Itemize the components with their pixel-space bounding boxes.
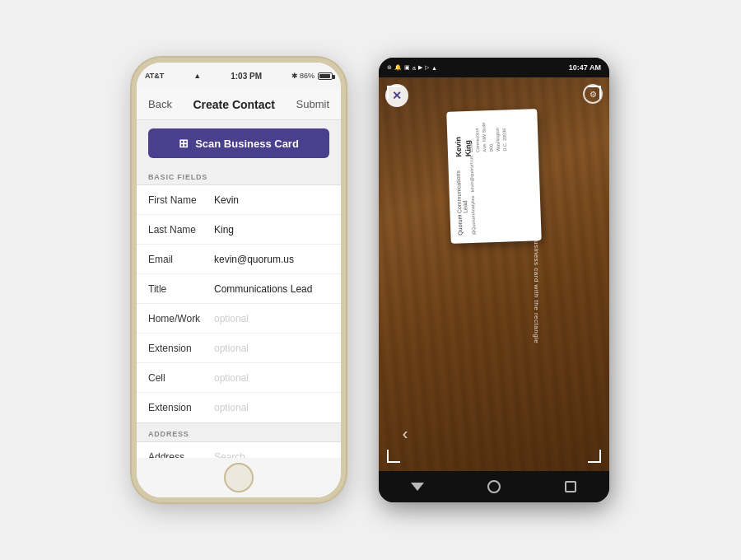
wifi-icon: ▲ (193, 72, 201, 80)
scene: AT&T ▲ 1:03 PM ✱ 86% Back Create Contact… (0, 0, 741, 560)
android-recents-button[interactable] (561, 477, 580, 497)
email-label: Email (148, 254, 214, 265)
android-home-button[interactable] (484, 477, 504, 497)
form-row-homework: Home/Work optional (137, 304, 341, 334)
android-icon-2: 🔔 (394, 64, 402, 71)
scan-business-card-button[interactable]: ⊞ Scan Business Card (148, 128, 329, 158)
extension1-label: Extension (148, 343, 214, 354)
android-camera-area: Kevin King Communications Lead Quorum 15… (379, 77, 609, 471)
address-placeholder[interactable]: Search (214, 451, 245, 458)
submit-button[interactable]: Submit (296, 98, 329, 110)
iphone-device: AT&T ▲ 1:03 PM ✱ 86% Back Create Contact… (132, 58, 346, 502)
android-nav-bar (379, 471, 609, 502)
lastname-label: Last Name (148, 224, 214, 236)
business-card-in-scene: Kevin King Communications Lead Quorum 15… (446, 109, 542, 244)
settings-button[interactable]: ⚙ (583, 84, 603, 104)
cell-value[interactable]: optional (214, 372, 249, 384)
android-icon-3: ▣ (404, 64, 410, 71)
back-button[interactable]: Back (148, 98, 172, 110)
iphone-status-icons: ✱ 86% (291, 72, 333, 80)
email-value[interactable]: kevin@quorum.us (214, 254, 294, 265)
back-triangle-icon (411, 483, 424, 491)
card-twitter: @QuorumAnalytics (468, 195, 483, 235)
firstname-value[interactable]: Kevin (214, 194, 239, 206)
android-icon-4: a (412, 65, 416, 71)
instruction-text: Align the business card with the rectang… (533, 205, 540, 344)
extension1-value[interactable]: optional (214, 343, 249, 354)
android-device: ⊛ 🔔 ▣ a ▶ ▷ ▲ 10:47 AM (379, 58, 609, 502)
form-row-title: Title Communications Lead (137, 274, 341, 304)
form-row-lastname: Last Name King (137, 215, 341, 245)
android-wifi-icon: ▲ (431, 65, 437, 71)
form-row-firstname: First Name Kevin (137, 185, 341, 215)
battery-text: 86% (300, 72, 315, 80)
lastname-value[interactable]: King (214, 224, 234, 236)
iphone-content: ⊞ Scan Business Card BASIC FIELDS First … (137, 120, 341, 458)
android-icon-5: ▶ (418, 64, 422, 71)
android-time: 10:47 AM (569, 63, 601, 72)
bluetooth-icon: ✱ (291, 72, 298, 80)
nav-title: Create Contact (193, 98, 275, 111)
close-button[interactable]: ✕ (385, 84, 408, 107)
android-status-icons: ⊛ 🔔 ▣ a ▶ ▷ ▲ (387, 64, 437, 71)
android-icon-1: ⊛ (387, 64, 392, 71)
android-status-bar: ⊛ 🔔 ▣ a ▶ ▷ ▲ 10:47 AM (379, 58, 609, 77)
battery-icon (318, 72, 333, 80)
iphone-status-bar: AT&T ▲ 1:03 PM ✱ 86% (137, 63, 341, 89)
back-arrow-button[interactable]: ‹ (392, 420, 418, 446)
form-row-extension2: Extension optional (137, 393, 341, 422)
firstname-label: First Name (148, 194, 214, 206)
title-value[interactable]: Communications Lead (214, 283, 312, 295)
form-row-cell: Cell optional (137, 363, 341, 393)
form-row-email: Email kevin@quorum.us (137, 245, 341, 274)
address-section-header: ADDRESS (137, 423, 341, 441)
form-row-extension1: Extension optional (137, 334, 341, 363)
basic-fields-section-header: BASIC FIELDS (137, 166, 341, 184)
extension2-label: Extension (148, 402, 214, 413)
corner-bl (387, 450, 400, 463)
scan-button-label: Scan Business Card (195, 138, 299, 150)
iphone-bottom-bar (137, 458, 341, 497)
address-form: Address Search (137, 441, 341, 458)
carrier-text: AT&T (145, 72, 164, 80)
extension2-value[interactable]: optional (214, 402, 249, 413)
homework-label: Home/Work (148, 313, 214, 324)
address-label: Address (148, 451, 214, 458)
scan-icon: ⊞ (179, 137, 189, 150)
card-address: 1500 Connecticut Ave. NW Suite 900, Wash… (466, 123, 481, 153)
homework-value[interactable]: optional (214, 313, 249, 324)
title-label: Title (148, 283, 214, 295)
home-circle-icon (487, 480, 501, 493)
basic-fields-form: First Name Kevin Last Name King Email ke… (137, 184, 341, 423)
iphone-time: 1:03 PM (231, 72, 262, 81)
corner-br (588, 450, 601, 463)
card-title: Communications Lead (454, 158, 468, 213)
cell-label: Cell (148, 372, 214, 384)
card-company: Quorum (457, 214, 464, 236)
recents-square-icon (565, 481, 576, 492)
android-icon-6: ▷ (425, 64, 429, 71)
form-row-address: Address Search (137, 442, 341, 458)
home-button[interactable] (224, 463, 254, 492)
settings-icon: ⚙ (590, 90, 597, 99)
iphone-nav-bar: Back Create Contact Submit (137, 89, 341, 120)
scan-button-wrapper: ⊞ Scan Business Card (137, 120, 341, 166)
android-back-button[interactable] (408, 477, 427, 497)
card-phone: kevin@quorum.us (468, 156, 482, 193)
